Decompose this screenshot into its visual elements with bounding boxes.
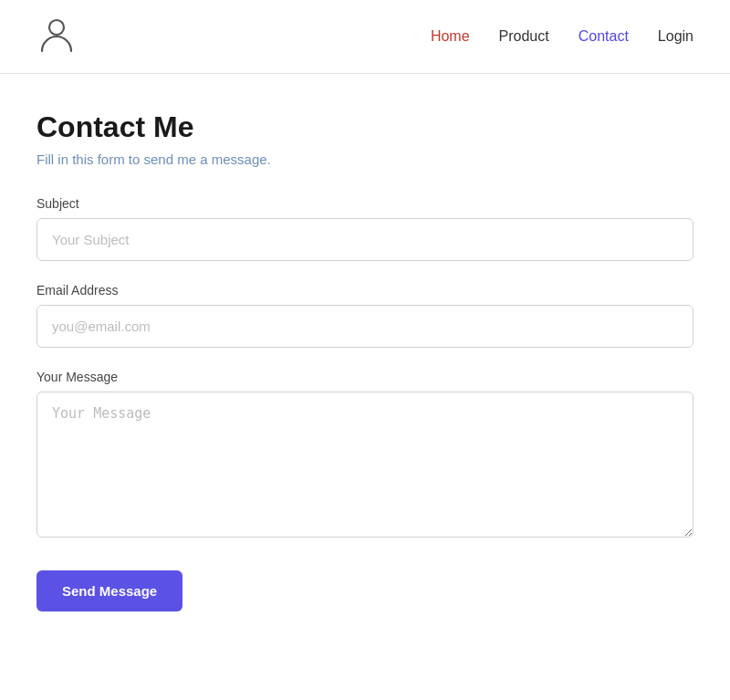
page-title: Contact Me bbox=[36, 110, 694, 144]
nav-product[interactable]: Product bbox=[499, 28, 549, 45]
nav: Home Product Contact Login bbox=[431, 28, 694, 45]
subject-label: Subject bbox=[36, 196, 694, 211]
main-content: Contact Me Fill in this form to send me … bbox=[0, 110, 730, 611]
message-textarea[interactable] bbox=[36, 392, 694, 538]
page-subtitle: Fill in this form to send me a message. bbox=[36, 151, 694, 167]
nav-login[interactable]: Login bbox=[658, 28, 694, 45]
email-label: Email Address bbox=[36, 283, 694, 298]
nav-contact[interactable]: Contact bbox=[579, 28, 629, 45]
header-divider bbox=[0, 73, 730, 74]
header: Home Product Contact Login bbox=[0, 0, 730, 73]
svg-point-0 bbox=[49, 20, 64, 35]
message-label: Your Message bbox=[36, 370, 694, 384]
contact-form: Subject Email Address Your Message Send … bbox=[36, 196, 694, 611]
subject-group: Subject bbox=[36, 196, 694, 261]
email-input[interactable] bbox=[36, 305, 694, 348]
subject-input[interactable] bbox=[36, 218, 694, 261]
message-group: Your Message bbox=[36, 370, 694, 541]
submit-button[interactable]: Send Message bbox=[36, 570, 182, 611]
nav-home[interactable]: Home bbox=[431, 28, 470, 45]
email-group: Email Address bbox=[36, 283, 694, 348]
logo bbox=[36, 15, 77, 58]
